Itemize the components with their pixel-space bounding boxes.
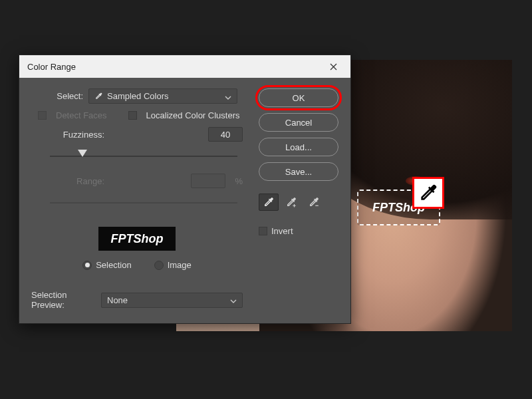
save-button[interactable]: Save... bbox=[259, 162, 338, 181]
chevron-down-icon bbox=[225, 93, 231, 100]
selection-preview-label: Selection Preview: bbox=[31, 290, 93, 310]
radio-dot-icon bbox=[82, 261, 92, 270]
eyedropper-add-button[interactable] bbox=[281, 194, 301, 211]
eyedropper-icon bbox=[418, 182, 439, 203]
color-range-dialog: Color Range Select: Sampled Colors bbox=[19, 55, 351, 324]
range-slider bbox=[50, 195, 237, 211]
radio-selection-label: Selection bbox=[96, 260, 131, 270]
dialog-title: Color Range bbox=[27, 62, 76, 72]
radio-image[interactable]: Image bbox=[154, 260, 192, 270]
range-input bbox=[191, 174, 225, 188]
eyedropper-cursor-highlight bbox=[412, 177, 444, 209]
eyedropper-plus-icon bbox=[285, 196, 297, 208]
cancel-button[interactable]: Cancel bbox=[259, 113, 338, 132]
eyedropper-icon bbox=[263, 196, 275, 208]
invert-label: Invert bbox=[271, 226, 293, 236]
chevron-down-icon bbox=[230, 297, 237, 303]
detect-faces-checkbox bbox=[38, 111, 47, 120]
selection-preview-dropdown[interactable]: None bbox=[101, 293, 243, 308]
ok-label: OK bbox=[293, 93, 305, 103]
cancel-label: Cancel bbox=[285, 118, 312, 128]
localized-color-clusters-label: Localized Color Clusters bbox=[146, 110, 240, 120]
selection-preview-value: None bbox=[107, 295, 128, 305]
preview-watermark: FPTShop bbox=[111, 232, 164, 246]
save-label: Save... bbox=[285, 167, 312, 177]
detect-faces-label: Detect Faces bbox=[56, 110, 107, 120]
close-button[interactable] bbox=[324, 57, 342, 76]
select-value: Sampled Colors bbox=[107, 91, 169, 101]
load-label: Load... bbox=[285, 142, 312, 152]
eyedropper-minus-icon bbox=[308, 196, 320, 208]
selection-preview-thumbnail[interactable]: FPTShop bbox=[98, 227, 176, 251]
load-button[interactable]: Load... bbox=[259, 138, 338, 156]
select-dropdown[interactable]: Sampled Colors bbox=[88, 88, 237, 104]
titlebar[interactable]: Color Range bbox=[19, 55, 350, 78]
eyedropper-sample-button[interactable] bbox=[259, 194, 279, 211]
ok-button[interactable]: OK bbox=[259, 88, 338, 107]
radio-selection[interactable]: Selection bbox=[82, 260, 131, 270]
close-icon bbox=[330, 63, 337, 70]
radio-dot-icon bbox=[154, 261, 164, 270]
invert-checkbox[interactable] bbox=[259, 227, 267, 235]
fuzziness-slider[interactable] bbox=[50, 148, 237, 164]
radio-image-label: Image bbox=[168, 260, 192, 270]
localized-color-clusters-checkbox[interactable] bbox=[128, 111, 137, 120]
select-label: Select: bbox=[31, 91, 83, 101]
fuzziness-label: Fuzziness: bbox=[31, 130, 104, 140]
eyedropper-icon bbox=[94, 92, 103, 100]
fuzziness-input[interactable]: 40 bbox=[208, 127, 243, 142]
range-unit: % bbox=[235, 176, 243, 186]
range-label: Range: bbox=[31, 176, 104, 186]
eyedropper-subtract-button[interactable] bbox=[304, 194, 324, 211]
